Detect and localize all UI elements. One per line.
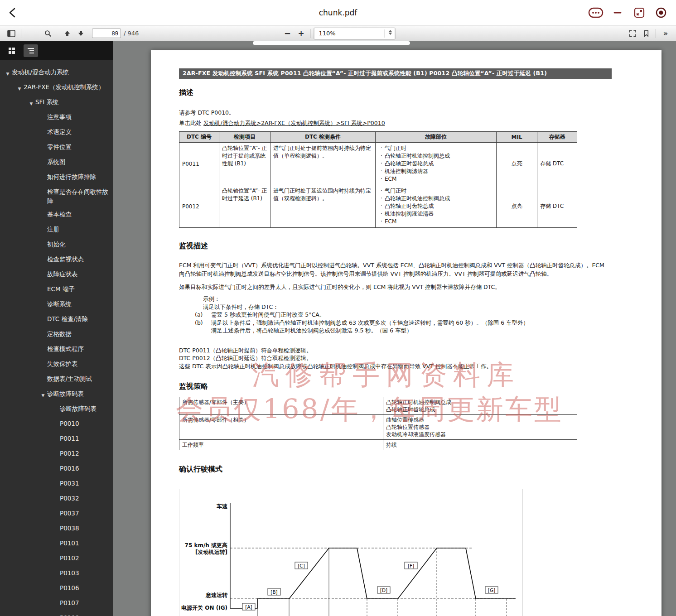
example-intro: 满足以下条件时，存储 DTC： [203, 303, 612, 311]
table-row: P0012 凸轮轴位置“A”- 正时过于延迟 (B1) 进气门正时处于延迟范围内… [179, 185, 577, 228]
outline-item[interactable]: ▼ P0010 [0, 417, 113, 432]
dtc-fault-list: ·气门正时 ·凸轮轴正时机油控制阀总成 ·凸轮轴正时齿轮总成 ·机油控制阀液滤清… [376, 185, 497, 228]
caret-down-icon[interactable]: ▼ [4, 67, 12, 79]
outline-item[interactable]: ▼ 术语定义 [0, 125, 113, 140]
outline-item[interactable]: ▼ 零件位置 [0, 140, 113, 155]
outline-item[interactable]: ▼ 系统图 [0, 155, 113, 170]
outline-item[interactable]: ▼ P0032 [0, 492, 113, 507]
dtc-item: 凸轮轴位置“A”- 正时过于延迟 (B1) [219, 185, 270, 228]
outline-item[interactable]: ▼ 注册 [0, 223, 113, 238]
outline-item[interactable]: ▼ 如何进行故障排除 [0, 170, 113, 185]
sidebar: ▼ 发动机/混合动力系统 ▼ 2AR-FXE（发动机控制系统） ▼ SFI 系统… [0, 41, 113, 616]
strategy-values: 持续 [383, 440, 577, 450]
outline-item[interactable]: ▼ P0106 [0, 582, 113, 597]
outline-item[interactable]: ▼ P0102 [0, 552, 113, 567]
outline-item[interactable]: ▼ P0011 [0, 432, 113, 447]
outline-item[interactable]: ▼ P0108 [0, 611, 113, 616]
outline-item[interactable]: ▼ P0037 [0, 507, 113, 522]
outline-item[interactable]: ▼ SFI 系统 [0, 96, 113, 111]
record-icon[interactable] [653, 6, 669, 19]
zoom-level-value: 110% [319, 30, 336, 37]
outline-item[interactable]: ▼ 诊断故障码表 [0, 387, 113, 402]
presentation-mode-button[interactable] [626, 28, 639, 39]
search-button[interactable] [41, 28, 55, 39]
zoom-out-button[interactable]: − [281, 28, 295, 39]
outline-item[interactable]: ▼ P0101 [0, 537, 113, 552]
dtc-memory: 存储 DTC [537, 143, 577, 185]
diagram-marker-g: [G] [488, 587, 495, 593]
dtc-table: DTC 编号 检测项目 DTC 检测条件 故障部位 MIL 存储器 P0011 … [179, 131, 577, 228]
fullscreen-toggle-icon[interactable] [632, 6, 647, 19]
thumbnails-view-button[interactable] [5, 44, 19, 57]
outline-item[interactable]: ▼ 发动机/混合动力系统 [0, 66, 113, 81]
zoom-in-button[interactable]: + [295, 28, 308, 39]
outline-item[interactable]: ▼ 初始化 [0, 238, 113, 253]
dtc-mil: 点亮 [497, 143, 537, 185]
sidebar-toggle-button[interactable] [5, 28, 18, 39]
more-tools-button[interactable]: » [659, 28, 672, 39]
outline-item[interactable]: ▼ 数据表/主动测试 [0, 372, 113, 387]
outline-item[interactable]: ▼ ECM 端子 [0, 283, 113, 298]
dtc-code: P0012 [179, 185, 219, 228]
horizontal-scrollbar-thumb[interactable] [253, 41, 410, 45]
outline-item[interactable]: ▼ 失效保护表 [0, 357, 113, 372]
window-header: chunk.pdf [0, 0, 676, 26]
outline-item[interactable]: ▼ P0103 [0, 567, 113, 582]
previous-page-button[interactable] [60, 28, 74, 39]
page-number-input[interactable] [92, 29, 121, 38]
bookmark-button[interactable] [639, 28, 653, 39]
outline-item[interactable]: ▼ 检查模式程序 [0, 342, 113, 357]
next-page-button[interactable] [74, 28, 87, 39]
toolbar-right-group: » [626, 28, 676, 39]
outline-item[interactable]: ▼ 2AR-FXE（发动机控制系统） [0, 81, 113, 96]
caret-down-icon[interactable]: ▼ [39, 389, 47, 400]
strategy-label: 所需传感器/零部件（相关） [179, 415, 383, 440]
outline-item[interactable]: ▼ 诊断故障码表 [0, 402, 113, 417]
toolbar-separator [656, 29, 656, 38]
diagram-marker-c: [C] [298, 563, 305, 568]
minimize-icon[interactable] [610, 6, 625, 19]
example-item-b2: 满足上述条件后，将凸轮轴正时机油控制阀总成强制激活 9.5 秒。（国 6 车型） [211, 327, 612, 335]
diagram-label-idle: 怠速运转 [205, 592, 228, 598]
outline-item[interactable]: ▼ P0107 [0, 597, 113, 611]
outline-item[interactable]: ▼ 故障症状表 [0, 268, 113, 283]
doc-section-header: 2AR-FXE 发动机控制系统 SFI 系统 P0011 凸轮轴位置“A”- 正… [179, 68, 612, 79]
col-header: DTC 检测条件 [270, 132, 376, 143]
section-title-drive-pattern: 确认行驶模式 [179, 465, 612, 474]
strategy-values: 曲轴位置传感器 凸轮轴位置传感器 发动机冷却液温度传感器 [383, 415, 577, 440]
dtc-code: P0011 [179, 143, 219, 185]
reference-text: 请参考 DTC P0010。 [179, 109, 612, 117]
outline-item[interactable]: ▼ P0016 [0, 462, 113, 477]
outline-item[interactable]: ▼ 诊断系统 [0, 298, 113, 313]
pdf-viewer-area: 汽修帮手网资料库 会员仅168/年，每周更新车型 2AR-FXE 发动机控制系统… [113, 41, 676, 616]
caret-down-icon[interactable]: ▼ [27, 97, 35, 109]
zoom-level-select[interactable]: 110% [314, 28, 396, 39]
outline-item[interactable]: ▼ DTC 检查/清除 [0, 313, 113, 327]
outline-view-button[interactable] [24, 44, 38, 57]
dtc-reference-link[interactable]: 发动机/混合动力系统>2AR-FXE（发动机控制系统）>SFI 系统>P0010 [203, 120, 385, 126]
logic-note: 这些 DTC 表示因凸轮轴正时机油控制阀总成故障或凸轮轴正时机油控制阀总成中存在… [179, 362, 612, 371]
section-title-strategy: 监视策略 [179, 382, 612, 391]
outline-item[interactable]: ▼ 基本检查 [0, 208, 113, 223]
outline-item[interactable]: ▼ 检查是否存在间歇性故障 [0, 185, 113, 208]
outline-item[interactable]: ▼ P0031 [0, 477, 113, 492]
diagram-label-yaxis: 车速 [217, 503, 228, 510]
col-header: 检测项目 [219, 132, 270, 143]
drive-pattern-diagram: 车速 75 km/h 或更高 [发动机运转] 怠速运转 电源开关 ON (IG) [179, 489, 523, 616]
diagram-marker-f: [F] [408, 563, 414, 568]
dtc-condition: 进气门正时处于提前范围内时持续为特定值（单程检测逻辑）。 [270, 143, 376, 185]
more-options-icon[interactable] [588, 6, 604, 19]
caret-down-icon[interactable]: ▼ [15, 82, 24, 94]
col-header: DTC 编号 [179, 132, 219, 143]
logic-note: DTC P0012（凸轮轴正时延迟）符合双程检测逻辑。 [179, 354, 612, 362]
outline-item[interactable]: ▼ P0012 [0, 447, 113, 462]
outline-item[interactable]: ▼ 定格数据 [0, 327, 113, 342]
outline-item[interactable]: ▼ 检查监视状态 [0, 253, 113, 268]
diagram-marker-d: [D] [380, 587, 387, 593]
sidebar-view-switcher [0, 41, 113, 60]
strategy-table: 所需传感器/零部件（主要） 凸轮轴正时机油控制阀总成 凸轮轴正时齿轮总成 所需传… [179, 397, 577, 450]
toolbar-separator [21, 29, 21, 38]
outline-item[interactable]: ▼ P0038 [0, 522, 113, 537]
outline-item[interactable]: ▼ 注意事项 [0, 111, 113, 125]
table-row: 所需传感器/零部件（相关） 曲轴位置传感器 凸轮轴位置传感器 发动机冷却液温度传… [179, 415, 577, 440]
